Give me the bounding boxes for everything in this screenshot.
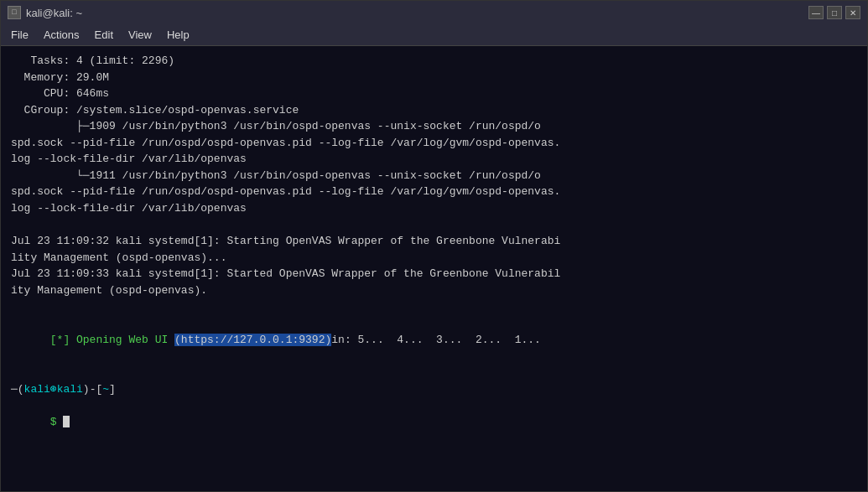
empty-line-2 — [11, 298, 857, 315]
restore-button[interactable]: □ — [827, 6, 842, 19]
line-log2b: ity Management (ospd-openvas). — [11, 282, 857, 299]
terminal-window: □ kali@kali: ~ — □ ✕ File Actions Edit V… — [0, 0, 868, 492]
titlebar-left: □ kali@kali: ~ — [8, 6, 82, 19]
prompt-bracket-close: )-[ — [83, 381, 102, 398]
menu-edit[interactable]: Edit — [88, 27, 120, 43]
opening-prefix: [*] Opening Web UI — [50, 334, 174, 346]
close-button[interactable]: ✕ — [845, 6, 860, 19]
terminal-body[interactable]: Tasks: 4 (limit: 2296) Memory: 29.0M CPU… — [1, 46, 867, 491]
line-proc2c: log --lock-file-dir /var/lib/openvas — [11, 200, 857, 217]
titlebar-controls: — □ ✕ — [808, 6, 860, 19]
line-cgroup: CGroup: /system.slice/ospd-openvas.servi… — [11, 102, 857, 119]
line-cpu: CPU: 646ms — [11, 85, 857, 102]
window-icon: □ — [8, 6, 21, 19]
menu-help[interactable]: Help — [160, 27, 196, 43]
prompt-line: ─(kali⊛kali)-[~] — [11, 381, 857, 398]
line-proc1b: spd.sock --pid-file /run/ospd/ospd-openv… — [11, 135, 857, 152]
empty-line-1 — [11, 216, 857, 233]
line-log1b: lity Management (ospd-openvas)... — [11, 250, 857, 267]
prompt-dir: ~ — [102, 381, 109, 398]
line-proc2b: spd.sock --pid-file /run/ospd/ospd-openv… — [11, 184, 857, 200]
prompt-dash: ─( — [11, 381, 24, 398]
opening-url: (https://127.0.0.1:9392) — [174, 334, 331, 346]
prompt-space — [57, 416, 64, 428]
titlebar: □ kali@kali: ~ — □ ✕ — [1, 1, 867, 24]
line-proc1a: ├─1909 /usr/bin/python3 /usr/bin/ospd-op… — [11, 118, 857, 135]
menubar: File Actions Edit View Help — [1, 24, 867, 46]
line-log1a: Jul 23 11:09:32 kali systemd[1]: Startin… — [11, 233, 857, 250]
prompt-user: kali⊛kali — [24, 381, 83, 398]
line-opening-web: [*] Opening Web UI (https://127.0.0.1:93… — [11, 315, 857, 365]
prompt-bracket-end: ] — [109, 381, 116, 398]
line-proc2a: └─1911 /usr/bin/python3 /usr/bin/ospd-op… — [11, 168, 857, 184]
prompt-dollar-line: $ — [11, 397, 857, 447]
line-proc1c: log --lock-file-dir /var/lib/openvas — [11, 151, 857, 168]
window-title: kali@kali: ~ — [26, 7, 82, 19]
prompt-dollar: $ — [50, 416, 57, 428]
cursor — [63, 416, 70, 427]
opening-suffix: in: 5... 4... 3... 2... 1... — [331, 334, 541, 346]
menu-file[interactable]: File — [4, 27, 35, 43]
line-memory: Memory: 29.0M — [11, 70, 857, 86]
line-tasks: Tasks: 4 (limit: 2296) — [11, 53, 857, 70]
minimize-button[interactable]: — — [808, 6, 824, 19]
line-log2a: Jul 23 11:09:33 kali systemd[1]: Started… — [11, 266, 857, 282]
empty-line-3 — [11, 365, 857, 381]
menu-view[interactable]: View — [122, 27, 159, 43]
menu-actions[interactable]: Actions — [37, 27, 86, 43]
